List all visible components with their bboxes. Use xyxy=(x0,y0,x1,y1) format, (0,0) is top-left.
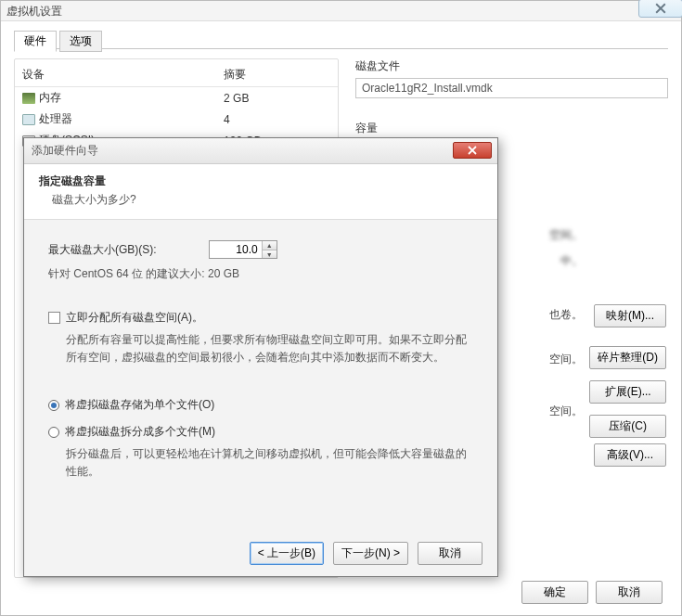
max-size-label: 最大磁盘大小(GB)(S): xyxy=(48,242,157,258)
split-file-label: 将虚拟磁盘拆分成多个文件(M) xyxy=(65,424,215,440)
disk-size-input[interactable] xyxy=(210,241,262,258)
close-x-icon xyxy=(655,3,666,14)
cancel-button[interactable]: 取消 xyxy=(596,581,663,604)
bg-text: 空间。 xyxy=(549,404,583,419)
recommended-size-text: 针对 CentOS 64 位 的建议大小: 20 GB xyxy=(48,266,473,282)
back-button[interactable]: < 上一步(B) xyxy=(250,542,324,565)
compress-button[interactable]: 压缩(C) xyxy=(589,415,666,438)
window-title: 虚拟机设置 xyxy=(1,1,681,21)
wizard-title: 添加硬件向导 xyxy=(32,143,98,159)
wizard-subheading: 磁盘大小为多少? xyxy=(39,192,483,208)
split-description: 拆分磁盘后，可以更轻松地在计算机之间移动虚拟机，但可能会降低大容量磁盘的性能。 xyxy=(66,445,473,480)
expand-button[interactable]: 扩展(E)... xyxy=(589,380,666,404)
tab-bar: 硬件 选项 xyxy=(14,31,668,49)
split-file-radio[interactable] xyxy=(48,427,59,438)
allocate-now-label: 立即分配所有磁盘空间(A)。 xyxy=(66,310,203,326)
single-file-radio[interactable] xyxy=(48,400,59,411)
table-row[interactable]: 内存 2 GB xyxy=(15,87,338,109)
window-close-button[interactable] xyxy=(638,0,682,18)
disk-file-input[interactable] xyxy=(355,78,668,98)
wizard-heading: 指定磁盘容量 xyxy=(39,173,483,189)
cpu-icon xyxy=(22,114,35,125)
spinner-up-icon[interactable]: ▲ xyxy=(263,241,277,250)
tab-options[interactable]: 选项 xyxy=(59,31,102,52)
disk-size-spinner[interactable]: ▲ ▼ xyxy=(209,240,277,259)
bg-text: 中。 xyxy=(560,253,583,269)
tab-hardware[interactable]: 硬件 xyxy=(14,31,57,52)
capacity-label: 容量 xyxy=(355,121,668,136)
col-summary: 摘要 xyxy=(216,63,338,87)
allocate-description: 分配所有容量可以提高性能，但要求所有物理磁盘空间立即可用。如果不立即分配所有空间… xyxy=(66,331,473,366)
col-device: 设备 xyxy=(15,63,216,87)
map-button[interactable]: 映射(M)... xyxy=(594,304,666,327)
advanced-button[interactable]: 高级(V)... xyxy=(594,443,666,467)
bg-text: 空间。 xyxy=(549,352,583,367)
close-icon xyxy=(468,146,477,155)
wizard-header: 指定磁盘容量 磁盘大小为多少? xyxy=(24,164,497,220)
spinner-down-icon[interactable]: ▼ xyxy=(263,250,277,258)
defrag-button[interactable]: 碎片整理(D) xyxy=(589,346,666,369)
single-file-label: 将虚拟磁盘存储为单个文件(O) xyxy=(65,397,214,413)
memory-icon xyxy=(22,93,35,104)
wizard-titlebar[interactable]: 添加硬件向导 xyxy=(24,138,497,164)
wizard-close-button[interactable] xyxy=(453,142,492,159)
bg-text: 空间。 xyxy=(549,227,583,243)
add-hardware-wizard: 添加硬件向导 指定磁盘容量 磁盘大小为多少? 最大磁盘大小(GB)(S): ▲ … xyxy=(23,137,498,577)
wizard-cancel-button[interactable]: 取消 xyxy=(418,542,483,565)
next-button[interactable]: 下一步(N) > xyxy=(333,542,408,565)
table-row[interactable]: 处理器 4 xyxy=(15,109,338,130)
disk-file-label: 磁盘文件 xyxy=(355,58,668,74)
allocate-now-checkbox[interactable] xyxy=(48,312,60,324)
ok-button[interactable]: 确定 xyxy=(521,581,588,604)
bg-text: 也卷。 xyxy=(549,307,583,323)
